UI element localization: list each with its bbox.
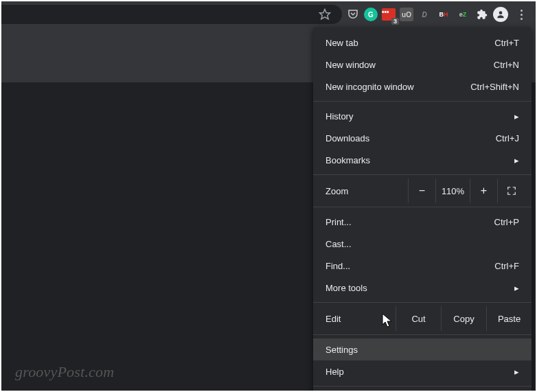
menu-item-history[interactable]: History ▸ [313,105,532,127]
extension-badge: 3 [391,18,399,25]
omnibox[interactable] [1,5,342,24]
extension-lastpass-icon[interactable]: •••3 [380,6,397,23]
extension-grammarly-icon[interactable]: G [364,8,378,21]
menu-shortcut: Ctrl+J [496,133,519,143]
menu-item-settings[interactable]: Settings [313,338,532,360]
menu-label: New window [325,60,494,70]
menu-item-cast[interactable]: Cast... [313,233,532,255]
menu-label: New incognito window [325,82,470,92]
zoom-value: 110% [435,178,470,203]
edit-label: Edit [325,314,396,324]
chrome-main-menu: New tab Ctrl+T New window Ctrl+N New inc… [313,27,532,392]
menu-shortcut: Ctrl+T [494,38,519,48]
menu-shortcut: Ctrl+N [494,60,519,70]
kebab-icon [521,10,523,20]
menu-separator [313,334,532,335]
chrome-menu-button[interactable] [511,4,532,25]
submenu-arrow-icon: ▸ [512,111,519,122]
bookmark-star-icon[interactable] [315,4,335,25]
menu-separator [313,207,532,207]
menu-separator [313,386,532,387]
menu-item-print[interactable]: Print... Ctrl+P [313,211,532,233]
menu-label: Settings [325,345,519,355]
menu-item-help[interactable]: Help ▸ [313,360,532,382]
extensions-button[interactable] [474,6,490,23]
extension-pocket-icon[interactable] [345,6,361,23]
menu-label: History [325,111,512,122]
menu-shortcut: Ctrl+P [494,217,519,227]
edit-cut-button[interactable]: Cut [396,306,441,331]
extension-ublock-icon[interactable]: uO [400,8,413,21]
menu-shortcut: Ctrl+Shift+N [470,82,519,92]
menu-item-new-incognito[interactable]: New incognito window Ctrl+Shift+N [313,76,532,97]
menu-label: Downloads [325,133,496,143]
menu-shortcut: Ctrl+F [494,261,519,271]
extension-d-icon[interactable]: D [416,6,433,23]
fullscreen-button[interactable] [497,178,525,203]
menu-label: Bookmarks [325,155,512,165]
profile-avatar-button[interactable] [493,7,508,22]
extension-bh-icon[interactable]: BH [435,6,452,23]
edit-copy-button[interactable]: Copy [441,306,486,331]
menu-item-zoom: Zoom − 110% + [313,178,532,203]
menu-label: More tools [325,283,512,293]
extension-ez-icon[interactable]: eZ [455,6,471,23]
submenu-arrow-icon: ▸ [512,155,519,165]
browser-toolbar: G •••3 uO D BH eZ [1,1,536,27]
menu-label: Print... [325,217,494,227]
menu-item-edit: Edit Cut Copy Paste [313,306,532,331]
submenu-arrow-icon: ▸ [512,367,519,377]
watermark-text: groovyPost.com [15,363,114,381]
menu-item-bookmarks[interactable]: Bookmarks ▸ [313,149,532,171]
zoom-out-button[interactable]: − [408,178,435,203]
menu-label: Find... [325,261,494,271]
submenu-arrow-icon: ▸ [512,283,519,293]
menu-label: Cast... [325,239,519,249]
menu-separator [313,174,532,175]
menu-separator [313,101,532,102]
edit-paste-button[interactable]: Paste [486,306,532,331]
menu-item-new-window[interactable]: New window Ctrl+N [313,54,532,76]
zoom-in-button[interactable]: + [470,178,497,203]
menu-item-more-tools[interactable]: More tools ▸ [313,277,532,299]
menu-label: New tab [325,38,494,48]
menu-separator [313,302,532,303]
zoom-label: Zoom [325,186,408,196]
svg-marker-0 [320,10,330,19]
menu-item-downloads[interactable]: Downloads Ctrl+J [313,127,532,149]
svg-point-1 [499,11,503,14]
menu-label: Help [325,367,512,377]
menu-item-find[interactable]: Find... Ctrl+F [313,255,532,277]
menu-item-new-tab[interactable]: New tab Ctrl+T [313,32,532,54]
